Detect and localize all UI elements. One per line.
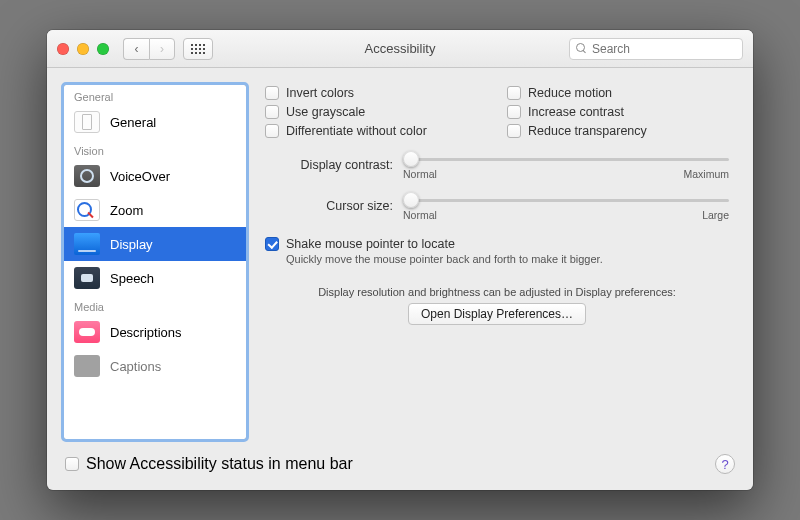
checkbox-label: Invert colors <box>286 86 354 100</box>
main-row: General General Vision VoiceOver Zoom Di… <box>63 84 737 440</box>
checkbox-icon <box>265 237 279 251</box>
nav-back-forward: ‹ › <box>123 38 175 60</box>
slider-range-labels: Normal Large <box>403 209 729 221</box>
search-icon <box>576 43 587 54</box>
slider-label: Cursor size: <box>265 199 393 213</box>
display-icon <box>74 233 100 255</box>
window-controls <box>57 43 109 55</box>
sidebar-item-zoom[interactable]: Zoom <box>64 193 246 227</box>
zoom-icon <box>74 199 100 221</box>
checkbox-reduce-transparency[interactable]: Reduce transparency <box>507 124 729 138</box>
sidebar-item-captions[interactable]: Captions <box>64 349 246 383</box>
search-field[interactable] <box>569 38 743 60</box>
captions-icon <box>74 355 100 377</box>
checkbox-reduce-motion[interactable]: Reduce motion <box>507 86 729 100</box>
slider-knob[interactable] <box>403 151 419 167</box>
slider-max-label: Large <box>702 209 729 221</box>
category-sidebar[interactable]: General General Vision VoiceOver Zoom Di… <box>63 84 247 440</box>
sidebar-item-label: Display <box>110 237 153 252</box>
checkbox-label: Reduce motion <box>528 86 612 100</box>
checkbox-label: Reduce transparency <box>528 124 647 138</box>
preferences-window: ‹ › Accessibility General General <box>47 30 753 490</box>
open-display-preferences-button[interactable]: Open Display Preferences… <box>408 303 586 325</box>
close-icon[interactable] <box>57 43 69 55</box>
help-button[interactable]: ? <box>715 454 735 474</box>
sidebar-item-label: General <box>110 115 156 130</box>
sidebar-item-voiceover[interactable]: VoiceOver <box>64 159 246 193</box>
checkbox-icon <box>265 124 279 138</box>
sidebar-header-general: General <box>64 85 246 105</box>
chevron-left-icon: ‹ <box>135 42 139 56</box>
slider-max-label: Maximum <box>683 168 729 180</box>
slider-track <box>403 199 729 202</box>
search-input[interactable] <box>592 42 736 56</box>
sidebar-item-descriptions[interactable]: Descriptions <box>64 315 246 349</box>
shake-description: Quickly move the mouse pointer back and … <box>286 253 729 265</box>
slider-min-label: Normal <box>403 168 437 180</box>
sidebar-item-general[interactable]: General <box>64 105 246 139</box>
sidebar-item-label: Descriptions <box>110 325 182 340</box>
sidebar-item-label: Speech <box>110 271 154 286</box>
checkbox-label: Show Accessibility status in menu bar <box>86 455 353 473</box>
general-icon <box>74 111 100 133</box>
sidebar-header-vision: Vision <box>64 139 246 159</box>
body: General General Vision VoiceOver Zoom Di… <box>47 68 753 490</box>
slider-cursor-size: Cursor size: Normal Large <box>265 192 729 220</box>
checkbox-diff-without-color[interactable]: Differentiate without color <box>265 124 487 138</box>
minimize-icon[interactable] <box>77 43 89 55</box>
slider-display-contrast: Display contrast: Normal Maximum <box>265 151 729 179</box>
slider-track-cursor[interactable]: Normal Large <box>403 192 729 220</box>
slider-min-label: Normal <box>403 209 437 221</box>
resolution-note: Display resolution and brightness can be… <box>265 286 729 298</box>
resolution-note-block: Display resolution and brightness can be… <box>265 278 729 325</box>
speech-icon <box>74 267 100 289</box>
grid-icon <box>191 44 205 54</box>
slider-range-labels: Normal Maximum <box>403 168 729 180</box>
sidebar-item-label: Captions <box>110 359 161 374</box>
sidebar-item-speech[interactable]: Speech <box>64 261 246 295</box>
sidebar-item-label: Zoom <box>110 203 143 218</box>
checkbox-increase-contrast[interactable]: Increase contrast <box>507 105 729 119</box>
zoom-window-icon[interactable] <box>97 43 109 55</box>
checkbox-icon <box>507 105 521 119</box>
checkbox-label: Differentiate without color <box>286 124 427 138</box>
checkbox-shake-pointer[interactable]: Shake mouse pointer to locate <box>265 237 729 251</box>
checkbox-icon <box>65 457 79 471</box>
help-icon: ? <box>721 457 728 472</box>
checkbox-use-grayscale[interactable]: Use grayscale <box>265 105 487 119</box>
descriptions-icon <box>74 321 100 343</box>
checkbox-invert-colors[interactable]: Invert colors <box>265 86 487 100</box>
sidebar-item-display[interactable]: Display <box>64 227 246 261</box>
sidebar-item-label: VoiceOver <box>110 169 170 184</box>
slider-track <box>403 158 729 161</box>
checkbox-icon <box>265 105 279 119</box>
slider-knob[interactable] <box>403 192 419 208</box>
checkbox-grid: Invert colors Reduce motion Use grayscal… <box>265 86 729 138</box>
shake-pointer-block: Shake mouse pointer to locate Quickly mo… <box>265 237 729 265</box>
forward-button[interactable]: › <box>149 38 175 60</box>
slider-label: Display contrast: <box>265 158 393 172</box>
checkbox-status-menubar[interactable]: Show Accessibility status in menu bar <box>65 455 353 473</box>
titlebar: ‹ › Accessibility <box>47 30 753 68</box>
checkbox-label: Use grayscale <box>286 105 365 119</box>
footer: Show Accessibility status in menu bar ? <box>63 454 737 474</box>
settings-pane: Invert colors Reduce motion Use grayscal… <box>263 84 737 440</box>
checkbox-icon <box>507 86 521 100</box>
voiceover-icon <box>74 165 100 187</box>
chevron-right-icon: › <box>160 42 164 56</box>
show-all-button[interactable] <box>183 38 213 60</box>
checkbox-label: Shake mouse pointer to locate <box>286 237 455 251</box>
sidebar-header-media: Media <box>64 295 246 315</box>
checkbox-icon <box>507 124 521 138</box>
checkbox-label: Increase contrast <box>528 105 624 119</box>
back-button[interactable]: ‹ <box>123 38 149 60</box>
checkbox-icon <box>265 86 279 100</box>
slider-track-contrast[interactable]: Normal Maximum <box>403 151 729 179</box>
